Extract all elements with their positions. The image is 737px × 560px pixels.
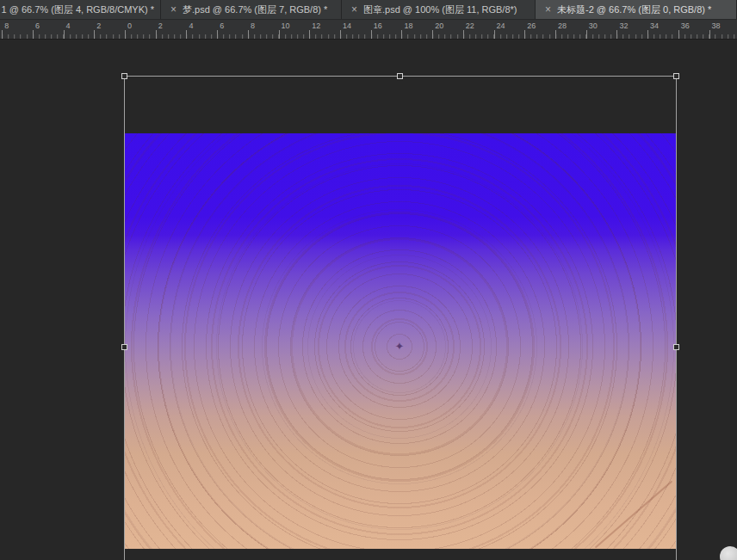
ruler-number: 12: [312, 22, 320, 30]
ruler-major-tick: [64, 30, 65, 39]
transform-edge-left[interactable]: [124, 76, 125, 560]
ruler-number: 16: [374, 22, 382, 30]
photoshop-workspace: 1 @ 66.7% (图层 4, RGB/8/CMYK) * × 梦.psd @…: [0, 0, 737, 560]
tab-title: 梦.psd @ 66.7% (图层 7, RGB/8) *: [183, 3, 327, 16]
horizontal-ruler[interactable]: 864202468101214161820222426283032343638: [0, 19, 737, 40]
ruler-number: 6: [35, 22, 40, 30]
ruler-number: 8: [4, 22, 9, 30]
ruler-major-tick: [555, 30, 556, 39]
ruler-number: 4: [189, 22, 193, 30]
ruler-number: 14: [343, 22, 351, 30]
ruler-major-tick: [401, 30, 402, 39]
ruler-major-tick: [279, 30, 280, 39]
tab-tuzhang-psd[interactable]: × 图章.psd @ 100% (图层 11, RGB/8*): [342, 0, 536, 19]
transform-handle-middle-left[interactable]: [121, 344, 127, 350]
ruler-major-tick: [94, 30, 95, 39]
transform-handle-top-left[interactable]: [121, 73, 127, 79]
transform-handle-middle-right[interactable]: [673, 344, 679, 350]
ruler-major-tick: [616, 30, 617, 39]
ruler-number: 8: [251, 22, 255, 30]
ruler-number: 26: [527, 22, 536, 30]
ruler-major-tick: [2, 30, 3, 39]
document-tab-bar: 1 @ 66.7% (图层 4, RGB/8/CMYK) * × 梦.psd @…: [0, 0, 737, 19]
tab-title: 1 @ 66.7% (图层 4, RGB/8/CMYK) *: [2, 3, 154, 16]
transform-handle-top-right[interactable]: [673, 73, 679, 79]
ruler-number: 20: [435, 22, 443, 30]
ruler-number: 32: [619, 22, 628, 30]
ruler-major-tick: [33, 30, 34, 39]
ruler-number: 2: [96, 22, 101, 30]
transform-handle-top-middle[interactable]: [397, 73, 403, 79]
close-icon[interactable]: ×: [170, 4, 177, 15]
transform-edge-right[interactable]: [676, 76, 677, 560]
ruler-major-tick: [371, 30, 372, 39]
document-canvas[interactable]: ✦: [125, 133, 676, 549]
ruler-major-tick: [524, 30, 525, 39]
ruler-number: 38: [712, 22, 721, 30]
tab-meng-psd[interactable]: × 梦.psd @ 66.7% (图层 7, RGB/8) *: [161, 0, 342, 19]
cursor-dot: [720, 546, 737, 560]
ruler-major-tick: [248, 30, 249, 39]
tab-title: 图章.psd @ 100% (图层 11, RGB/8*): [363, 3, 517, 16]
ruler-number: 34: [650, 22, 659, 30]
canvas-work-area[interactable]: ✦: [0, 40, 737, 560]
ruler-major-tick: [709, 30, 710, 39]
ruler-major-tick: [678, 30, 679, 39]
ruler-major-tick: [217, 30, 218, 39]
ruler-major-tick: [125, 30, 126, 39]
close-icon[interactable]: ×: [351, 4, 357, 15]
ruler-number: 28: [558, 22, 567, 30]
ruler-number: 6: [220, 22, 224, 30]
ruler-number: 30: [589, 22, 598, 30]
close-icon[interactable]: ×: [545, 4, 551, 15]
ruler-major-tick: [586, 30, 587, 39]
ruler-major-tick: [340, 30, 341, 39]
ruler-number: 36: [681, 22, 690, 30]
ruler-number: 0: [127, 22, 132, 30]
tab-untitled-2-active[interactable]: × 未标题-2 @ 66.7% (图层 0, RGB/8) *: [536, 0, 737, 19]
ruler-number: 22: [466, 22, 474, 30]
texture-streak: [595, 481, 672, 549]
ruler-major-tick: [156, 30, 157, 39]
ruler-major-tick: [647, 30, 648, 39]
ruler-major-tick: [186, 30, 187, 39]
ruler-minor-ticks: [0, 34, 737, 39]
center-sparkle-icon: ✦: [395, 340, 405, 353]
ruler-major-tick: [432, 30, 433, 39]
tab-title: 未标题-2 @ 66.7% (图层 0, RGB/8) *: [557, 3, 711, 16]
ruler-number: 18: [404, 22, 412, 30]
ruler-number: 2: [158, 22, 163, 30]
tab-untitled-1[interactable]: 1 @ 66.7% (图层 4, RGB/8/CMYK) *: [0, 0, 161, 19]
ruler-number: 10: [282, 22, 290, 30]
ruler-number: 4: [66, 22, 71, 30]
ruler-major-tick: [494, 30, 495, 39]
ruler-major-tick: [463, 30, 464, 39]
ruler-major-tick: [309, 30, 310, 39]
ruler-number: 24: [497, 22, 505, 30]
